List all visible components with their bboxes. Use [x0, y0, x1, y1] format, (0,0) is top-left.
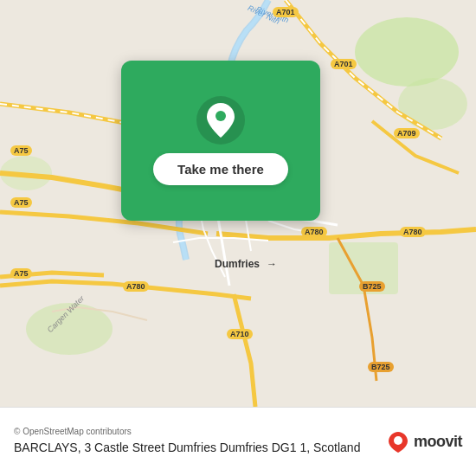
moovit-logo-text: moovit [414, 433, 462, 451]
road-b725-1: B725 [359, 281, 385, 292]
road-a780-3: A780 [123, 281, 149, 292]
osm-attribution: © OpenStreetMap contributors [14, 427, 376, 436]
footer-left: © OpenStreetMap contributors BARCLAYS, 3… [14, 427, 376, 457]
road-a709: A709 [394, 128, 420, 138]
moovit-pin-icon [386, 430, 410, 454]
map-container: River Nith River Nith A701 A701 A76 A75 … [0, 0, 476, 407]
road-a75-1: A75 [10, 145, 32, 156]
address-text: BARCLAYS, 3 Castle Street Dumfries Dumfr… [14, 440, 376, 457]
footer: © OpenStreetMap contributors BARCLAYS, 3… [0, 407, 476, 476]
location-pin-icon [196, 96, 245, 145]
road-b725-2: B725 [368, 362, 394, 372]
road-a75-3: A75 [10, 268, 32, 279]
moovit-logo: moovit [386, 430, 462, 454]
green-card: Take me there [121, 61, 320, 221]
road-a780-2: A780 [400, 227, 426, 237]
city-label-dumfries: Dumfries [215, 258, 260, 270]
road-a780-1: A780 [301, 227, 327, 237]
take-me-there-button[interactable]: Take me there [153, 153, 288, 185]
road-a701-mid: A701 [331, 59, 357, 69]
road-a710: A710 [227, 329, 253, 339]
svg-point-2 [398, 78, 467, 130]
svg-point-8 [394, 436, 402, 445]
svg-point-1 [355, 17, 459, 87]
road-a75-2: A75 [10, 197, 32, 208]
svg-point-7 [215, 111, 226, 121]
city-arrow: → [267, 258, 277, 270]
